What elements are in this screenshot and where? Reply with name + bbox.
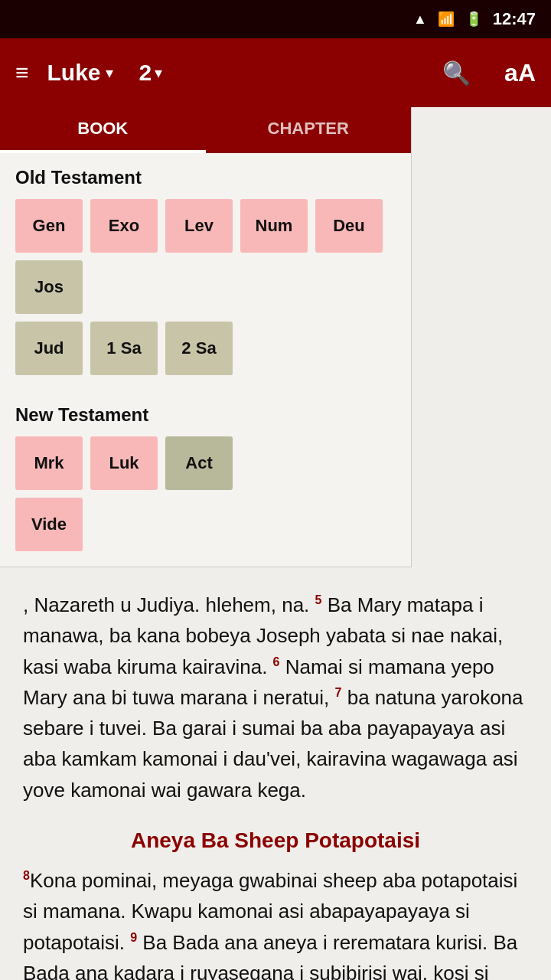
section-heading: Aneya Ba Sheep Potapotaisi (23, 828, 528, 853)
book-btn-num[interactable]: Num (240, 199, 308, 253)
status-time: 12:47 (493, 9, 536, 29)
verse-7-num: 7 (335, 686, 342, 699)
font-size-icon[interactable]: aA (504, 59, 536, 87)
book-btn-lev[interactable]: Lev (165, 199, 233, 253)
book-btn-deu[interactable]: Deu (315, 199, 383, 253)
status-wifi-icon: ▲ (413, 11, 427, 28)
book-dropdown-arrow: ▾ (106, 64, 113, 82)
chapter-dropdown-arrow: ▾ (155, 64, 162, 82)
tab-chapter[interactable]: CHAPTER (206, 107, 412, 153)
book-btn-2sa[interactable]: 2 Sa (165, 322, 233, 375)
book-btn-1sa[interactable]: 1 Sa (90, 322, 158, 375)
book-btn-act[interactable]: Act (165, 436, 233, 490)
verse-6-num: 6 (273, 655, 280, 668)
menu-icon[interactable]: ≡ (15, 60, 29, 86)
verse-8-text: Kona pominai, meyaga gwabinai sheep aba … (23, 869, 517, 980)
book-btn-jos[interactable]: Jos (15, 260, 83, 314)
bible-text-block-2: 8Kona pominai, meyaga gwabinai sheep aba… (23, 865, 528, 980)
book-btn-luk[interactable]: Luk (90, 436, 158, 490)
status-bar: ▲ 📶 🔋 12:47 (0, 0, 551, 38)
partial-text-1: , Nazareth u Judiya. hlehem, na. 5 Ba Ma… (23, 593, 523, 802)
verse-9-num: 9 (130, 931, 137, 944)
book-chapter-panel: BOOK CHAPTER Old Testament Gen Exo Lev N… (0, 107, 412, 567)
book-selector[interactable]: Luke ▾ (47, 60, 113, 86)
bible-text-block: , Nazareth u Judiya. hlehem, na. 5 Ba Ma… (23, 590, 528, 805)
panel-tabs: BOOK CHAPTER (0, 107, 411, 153)
old-testament-row2: Jud 1 Sa 2 Sa (15, 322, 396, 375)
old-testament-row1: Gen Exo Lev Num Deu Jos (15, 199, 396, 314)
book-btn-gen[interactable]: Gen (15, 199, 83, 253)
new-testament-row1: Mrk Luk Act (15, 436, 396, 490)
book-btn-jud[interactable]: Jud (15, 322, 83, 375)
top-bar: ≡ Luke ▾ 2 ▾ 🔍 aA (0, 38, 551, 107)
book-btn-vide[interactable]: Vide (15, 498, 83, 551)
book-name: Luke (47, 60, 101, 86)
verse-5-num: 5 (315, 593, 322, 606)
old-testament-title: Old Testament (15, 167, 396, 188)
status-battery-icon: 🔋 (465, 11, 482, 28)
tab-book[interactable]: BOOK (0, 107, 206, 153)
verse-8-num: 8 (23, 869, 30, 882)
chapter-selector[interactable]: 2 ▾ (139, 60, 163, 86)
status-signal-icon: 📶 (438, 11, 455, 28)
new-testament-title: New Testament (15, 404, 396, 426)
old-testament-section: Old Testament Gen Exo Lev Num Deu Jos Ju… (0, 153, 411, 390)
new-testament-section: New Testament Mrk Luk Act Vide (0, 390, 411, 567)
search-icon[interactable]: 🔍 (442, 60, 471, 87)
book-btn-exo[interactable]: Exo (90, 199, 158, 253)
chapter-number: 2 (139, 60, 152, 86)
book-btn-mrk[interactable]: Mrk (15, 436, 83, 490)
extra-books-row: Vide (15, 498, 396, 551)
